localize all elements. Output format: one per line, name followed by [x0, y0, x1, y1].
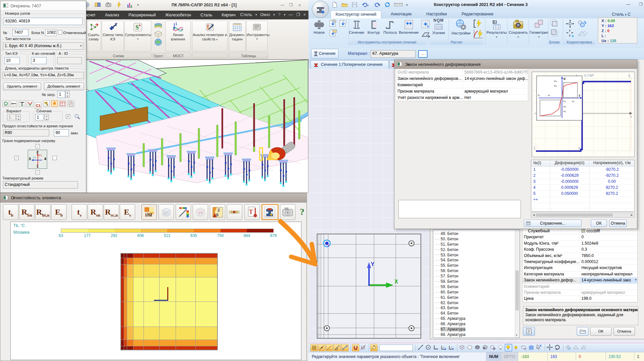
hammer-tool-icon[interactable] — [43, 100, 50, 107]
view-cube-2-icon[interactable] — [466, 344, 474, 351]
property-row[interactable]: Объёмный вес, кг/м³7850.0▾ — [523, 253, 637, 259]
lira-ribbon-tab[interactable]: Кирпич — [217, 11, 240, 19]
cursor-filter-icon[interactable] — [536, 344, 543, 351]
material-item[interactable]: 51. Бетон — [433, 242, 520, 247]
skew-icon[interactable] — [420, 31, 431, 38]
layers-icon[interactable] — [528, 344, 535, 351]
block-input[interactable]: 1082 — [45, 29, 57, 36]
superelements-button[interactable]: S+ Суперэлементы▾ — [124, 21, 151, 51]
rod-dialog-close-icon[interactable]: × — [10, 3, 16, 9]
fire-coef-button[interactable]: Es — [120, 204, 135, 220]
save-icon[interactable] — [351, 1, 358, 8]
material-item[interactable]: 58. Бетон — [433, 279, 520, 284]
tab-section-designer[interactable]: Конструктор сечений — [331, 10, 381, 18]
menu-help[interactable]: ? — [278, 12, 280, 17]
snap-segment-icon[interactable] — [341, 344, 349, 351]
menu-style[interactable]: Стиль — [240, 12, 252, 17]
col-strain[interactable]: Деформация(εi) — [550, 160, 589, 166]
material-item[interactable]: 66. Арматура — [433, 322, 520, 327]
fire-coef-button[interactable]: ts — [72, 204, 87, 220]
move-selected-icon[interactable] — [565, 344, 572, 351]
lira-minimize-button[interactable]: — — [280, 3, 284, 7]
tab-settings[interactable]: Настройки — [422, 10, 451, 18]
blocks-icon-2[interactable] — [550, 28, 559, 37]
status-num[interactable]: NUM — [486, 352, 501, 361]
contour-tool-button[interactable]: Контур — [366, 19, 381, 35]
property-row[interactable]: Комментарий▾ — [523, 284, 637, 290]
fire-coef-button[interactable]: Rbt,n — [35, 204, 51, 220]
stitch-scheme-button[interactable]: Сшить схему — [86, 21, 101, 51]
load-number-input[interactable]: 1 — [57, 91, 65, 98]
face-top-checkbox[interactable]: ✓ — [35, 144, 40, 148]
report-button[interactable] — [523, 327, 535, 336]
stiffness-select[interactable]: 1. Брус 40 Х 40 (Колонны ж.б.)▾ — [3, 42, 83, 50]
magnifier-icon[interactable] — [74, 113, 81, 120]
results-button[interactable]: EI Результаты▾ — [486, 18, 507, 39]
geometry-button[interactable]: Геометрия▾ — [529, 18, 549, 39]
view-cube-gear-icon[interactable] — [489, 344, 497, 351]
section-number-input[interactable]: 1 — [35, 114, 44, 120]
lightning-icon[interactable] — [116, 1, 122, 8]
nodes-input[interactable]: 63280, 40819 — [4, 18, 83, 25]
material-item[interactable]: 54. Бетон — [433, 258, 520, 263]
property-row[interactable]: Температурный коэффицие...0.000012▾ — [523, 259, 637, 265]
law-table-row[interactable]: ++ — [531, 197, 634, 203]
pan-icon[interactable] — [546, 344, 554, 351]
law-dialog-close-icon[interactable]: × — [405, 62, 411, 68]
status-opto[interactable]: OPTO — [501, 352, 518, 361]
fe-type-input[interactable]: 10 — [4, 57, 20, 64]
snap-value-field[interactable] — [379, 345, 413, 351]
law-table-row[interactable]: 3-0.0000000.00 — [531, 179, 634, 185]
paste-new-icon[interactable] — [329, 19, 337, 28]
help-icon[interactable]: ? — [297, 204, 307, 220]
documentation-button[interactable]: Докумен- тация▾ — [229, 21, 246, 51]
lira-ribbon-tab[interactable]: Железобетон — [161, 11, 196, 19]
law-table-row[interactable]: 1-0.050000-9270.2 — [531, 167, 634, 173]
magnet-on-icon[interactable] — [352, 344, 359, 351]
copy-sheet-icon[interactable] — [68, 100, 74, 107]
mdi-minimize-icon[interactable]: — — [289, 12, 293, 17]
property-row[interactable]: Коэф. Пуассона0.3▾ — [523, 247, 637, 253]
forces-button[interactable]: NQM Усилия — [430, 18, 447, 35]
chart-icon[interactable] — [126, 1, 133, 8]
law-table-row[interactable]: 50.0500009270.2 — [531, 191, 634, 197]
calc-settings-button[interactable]: Настройки — [451, 18, 471, 35]
local-axes-y-icon[interactable]: Y — [448, 344, 455, 351]
material-item[interactable]: 64. Бетон — [433, 311, 520, 316]
rotate-view-icon[interactable] — [554, 344, 561, 351]
view-cube-3-icon[interactable] — [474, 344, 481, 351]
law-property-row[interactable]: GUID материала5b887869-ec13-45b3-a246-8d… — [396, 69, 528, 76]
snap-line-icon[interactable] — [318, 344, 326, 351]
law-ok-button[interactable]: ОК — [591, 220, 607, 227]
lira-maximize-button[interactable]: ❐ — [289, 3, 293, 7]
blocks-icon-1[interactable] — [550, 19, 559, 28]
snap-points-icon[interactable] — [334, 344, 341, 351]
bulb-off-icon[interactable] — [497, 344, 504, 351]
law-table-hscroll[interactable]: ◄► — [531, 213, 635, 218]
color-ruler-icon[interactable] — [176, 204, 191, 220]
lira-ribbon-tab[interactable]: Сталь — [196, 11, 217, 19]
mosaic-26-icon[interactable]: 26 — [210, 204, 225, 220]
fire-tool-icon[interactable] — [51, 100, 58, 107]
mdi-close-icon[interactable]: × — [303, 12, 306, 17]
link-tool-icon[interactable] — [10, 100, 17, 107]
bulb-on-icon[interactable] — [505, 344, 512, 351]
app-button[interactable]: + — [312, 1, 329, 18]
property-row[interactable]: Модуль Юнга, т/м²1.5024e9▾ — [523, 241, 637, 247]
rotate-copy-icon[interactable] — [577, 19, 586, 28]
mesh-star-icon[interactable] — [421, 19, 430, 29]
soil-layers-icon[interactable] — [154, 21, 163, 29]
snap-dashed-icon[interactable] — [326, 344, 333, 351]
section-mode-button[interactable]: Сечение — [311, 49, 339, 58]
law-property-row[interactable]: Закон нелинейного деформиров...14-кусочн… — [396, 76, 528, 82]
aid-input[interactable] — [57, 57, 82, 64]
material-item[interactable]: 56. Бетон — [433, 268, 520, 274]
move-node-icon[interactable] — [565, 19, 575, 28]
menu-window[interactable]: Окно — [260, 12, 270, 17]
material-item[interactable]: 57. Бетон — [433, 274, 520, 279]
draw-corner-icon[interactable] — [433, 344, 440, 351]
mdi-restore-icon[interactable]: ❐ — [296, 12, 300, 17]
view-cube-1-icon[interactable] — [459, 344, 466, 351]
change-fe-type-button[interactable]: T Смена типа КЭ — [102, 21, 124, 51]
node-tool-icon[interactable] — [19, 100, 25, 107]
